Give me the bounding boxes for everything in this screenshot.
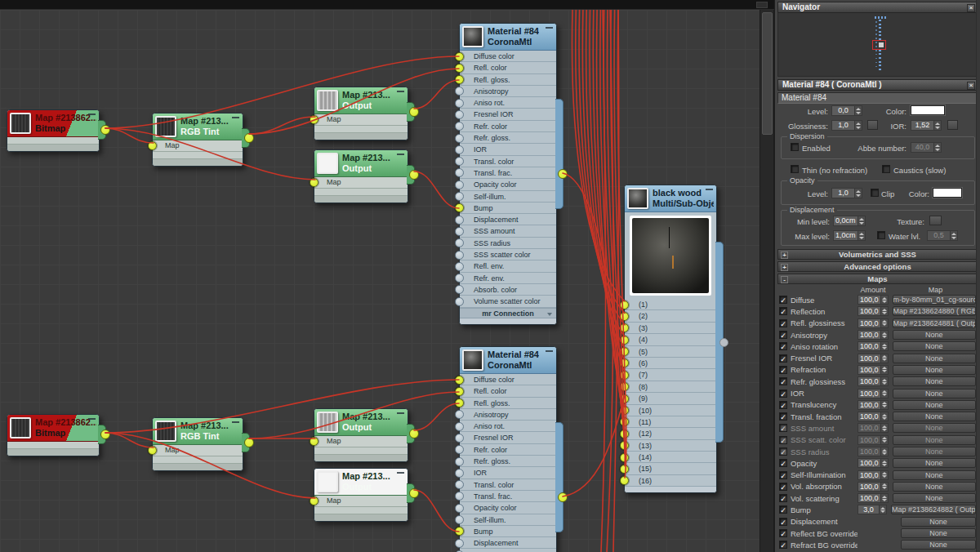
clip-checkbox[interactable]: ✓ [871,189,879,197]
node-slot[interactable]: SSS radius [460,238,556,249]
node-view-canvas[interactable]: black woodMulti/Sub-Object (1)(2)(3)(4)(… [0,10,760,552]
amount-spinner[interactable]: 3,0 [858,505,887,514]
map-input-slot[interactable]: Map [314,436,408,447]
node-slot[interactable]: Aniso rot. [460,97,556,109]
input-socket[interactable] [455,99,464,108]
expand-collapse-icon[interactable]: - [781,276,788,283]
map-button[interactable]: None [893,458,976,468]
material-panel-header[interactable]: Material #84 ( CoronaMtl ) × [777,79,978,91]
minimap-view-rectangle[interactable] [872,40,886,50]
node-header[interactable]: Map #213...Output [314,469,408,496]
input-socket[interactable] [620,441,629,450]
map-enable-checkbox[interactable]: ✓ [779,354,787,363]
input-socket[interactable] [455,262,464,271]
opacity-level-spinner[interactable]: 1,0 [831,188,862,198]
input-socket[interactable] [455,227,464,236]
map-enable-checkbox[interactable]: ✓ [779,331,787,339]
node-output[interactable]: Map #213...Output Map [314,468,408,522]
node-slot[interactable]: Opacity color [460,502,556,514]
amount-spinner[interactable]: 100,0 [858,470,889,480]
collapse-icon[interactable] [88,114,96,118]
input-socket[interactable] [455,410,464,419]
node-view-scrollbar[interactable] [760,10,774,552]
input-socket[interactable] [148,446,157,455]
map-button[interactable]: None [893,376,976,386]
input-socket[interactable] [620,406,629,415]
output-socket[interactable] [100,125,110,135]
input-socket[interactable] [620,476,629,485]
window-button[interactable] [756,2,768,8]
node-slot[interactable]: (7) [625,369,716,381]
amount-spinner[interactable]: 100,0 [858,341,889,351]
node-header[interactable]: Map #213862...Bitmap [7,415,99,442]
input-socket[interactable] [455,122,464,131]
rollout-bar-0[interactable]: +Volumetrics and SSS [777,249,978,260]
water-checkbox[interactable]: ✓ [877,231,885,239]
close-icon[interactable]: × [967,4,975,12]
map-enable-checkbox[interactable]: ✓ [779,342,787,350]
node-slot[interactable]: SSS amount [460,225,556,237]
opacity-color-swatch[interactable] [933,188,962,198]
amount-spinner[interactable]: 100,0 [858,412,889,421]
amount-spinner[interactable]: 100,0 [858,458,889,468]
node-slot[interactable]: Anisotropy [460,409,556,421]
map-enable-checkbox[interactable]: ✓ [779,307,787,315]
node-slot[interactable]: Refr. gloss. [460,456,556,467]
node-slot[interactable]: (14) [625,452,716,463]
node-header[interactable]: Map #213...Output [314,87,408,114]
map-button[interactable]: None [893,482,976,492]
input-socket[interactable] [455,52,464,61]
node-slot[interactable]: (10) [625,405,716,416]
input-socket[interactable] [455,469,464,478]
input-socket[interactable] [148,141,157,150]
collapse-icon[interactable] [397,472,404,476]
navigator-header[interactable]: Navigator × [777,2,978,13]
ior-map-button[interactable] [947,120,958,130]
input-socket[interactable] [620,358,629,367]
node-slot[interactable]: Diffuse color [460,374,556,385]
node-slot[interactable]: Bump [460,203,556,214]
node-slot[interactable]: Displacement [460,214,556,225]
node-slot[interactable]: (4) [625,334,716,345]
map-button[interactable]: None [893,365,976,375]
input-socket[interactable] [620,394,629,403]
node-slot[interactable]: (15) [625,463,716,474]
node-slot[interactable]: (12) [625,428,716,439]
collapse-icon[interactable] [88,418,96,422]
node-slot[interactable]: (6) [625,358,716,369]
input-socket[interactable] [455,180,464,189]
rollout-bar-1[interactable]: +Advanced options [777,261,978,272]
node-bitmap[interactable]: Map #213862...Bitmap [7,109,100,152]
map-enable-checkbox[interactable]: ✓ [779,412,787,421]
input-socket[interactable] [620,336,629,345]
input-socket[interactable] [620,465,629,474]
map-button[interactable]: None [901,540,976,550]
map-enable-checkbox[interactable]: ✓ [779,401,787,409]
enabled-checkbox[interactable]: ✓ [791,143,799,151]
node-slot[interactable]: Displacement [460,537,556,549]
collapse-icon[interactable] [232,117,239,121]
input-socket[interactable] [620,312,629,321]
node-slot[interactable]: Opacity color [460,179,556,190]
level-spinner[interactable]: 0,0 [831,105,862,116]
map-button[interactable]: None [893,330,976,340]
thin-checkbox[interactable]: ✓ [791,165,799,173]
input-socket[interactable] [455,457,464,466]
collapse-icon[interactable] [397,91,404,95]
output-socket[interactable] [409,107,419,117]
node-slot[interactable]: Refl. color [460,62,556,73]
close-icon[interactable]: × [967,82,975,90]
input-socket[interactable] [455,539,464,548]
amount-spinner[interactable]: 100,0 [858,306,889,316]
node-output[interactable]: Map #213...Output Map [314,87,408,140]
node-slot[interactable]: Diffuse color [460,51,556,62]
node-slot[interactable]: Refl. env. [460,260,556,272]
map-enable-checkbox[interactable]: ✓ [779,377,787,385]
input-socket[interactable] [455,398,464,407]
input-socket[interactable] [455,480,464,489]
node-slot[interactable]: Self-illum. [460,191,556,203]
node-slot[interactable]: (8) [625,381,716,393]
node-slot[interactable]: (3) [625,323,716,334]
map-button[interactable]: None [893,447,976,456]
map-enable-checkbox[interactable]: ✓ [779,459,787,467]
